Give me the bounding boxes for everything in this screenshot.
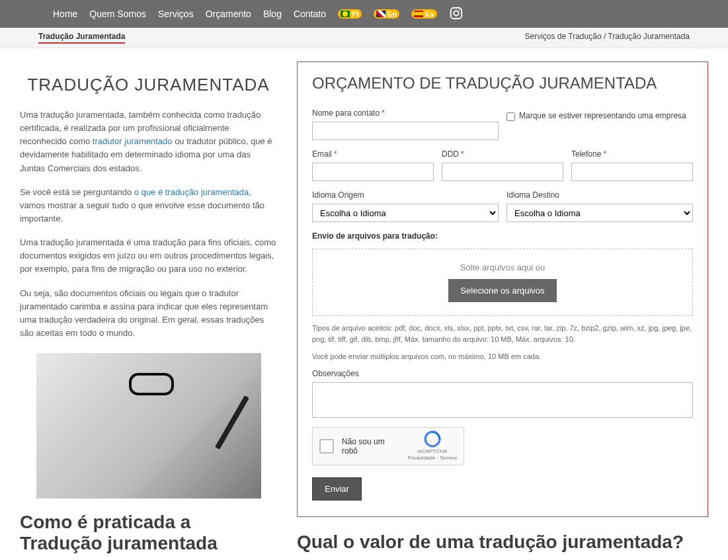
submit-button[interactable]: Enviar: [312, 477, 362, 500]
crumb-servicos[interactable]: Serviços de Tradução: [525, 32, 602, 41]
telefone-input[interactable]: [571, 163, 693, 181]
breadcrumb-bar: Tradução Juramentada Serviços de Traduçã…: [0, 28, 728, 48]
flag-uk-icon: [376, 11, 385, 17]
field-upload: Envio de arquivos para tradução: Solte a…: [312, 231, 693, 369]
svg-point-1: [454, 11, 458, 15]
intro-p3: Uma tradução juramentada é uma tradução …: [20, 236, 277, 276]
breadcrumb: Serviços de Tradução / Tradução Jurament…: [525, 32, 690, 44]
empresa-checkbox[interactable]: [506, 112, 515, 121]
intro-p1: Uma tradução juramentada, também conheci…: [20, 108, 277, 175]
flag-br-icon: [341, 11, 350, 17]
field-idioma-origem: Idioma Origem Escolha o Idioma: [312, 190, 499, 222]
recaptcha-label: Não sou um robô: [342, 437, 399, 456]
top-nav: Home Quem Somos Serviços Orçamento Blog …: [0, 0, 728, 28]
lang-en[interactable]: En: [374, 9, 399, 19]
recaptcha-checkbox[interactable]: [319, 439, 334, 454]
crumb-current: Tradução Juramentada: [608, 32, 690, 41]
nav-contato[interactable]: Contato: [294, 9, 326, 19]
file-size-help: Você pode enviar múltiplos arquivos com,…: [312, 351, 693, 362]
intro-p4: Ou seja, são documentos oficiais ou lega…: [20, 287, 277, 340]
field-telefone: Telefone*: [571, 149, 693, 181]
recaptcha-logo: reCAPTCHA Privacidade · Termos: [407, 430, 457, 461]
page-tab: Tradução Juramentada: [38, 32, 125, 44]
idioma-origem-select[interactable]: Escolha o Idioma: [312, 204, 499, 222]
link-tradutor-juramentado[interactable]: tradutor juramentado: [93, 136, 173, 146]
ddd-input[interactable]: [442, 163, 563, 181]
nome-input[interactable]: [312, 122, 499, 140]
page-title: TRADUÇÃO JURAMENTADA: [20, 75, 277, 95]
form-title: ORÇAMENTO DE TRADUÇÃO JURAMENTADA: [312, 74, 693, 93]
flag-es-icon: [414, 11, 423, 17]
nav-blog[interactable]: Blog: [263, 9, 282, 19]
section-heading-valor: Qual o valor de uma tradução juramentada…: [297, 532, 708, 553]
field-email: Email*: [312, 149, 434, 181]
dropzone-hint: Solte arquivos aqui ou: [326, 262, 679, 272]
field-ddd: DDD*: [442, 149, 563, 181]
quote-form-panel: ORÇAMENTO DE TRADUÇÃO JURAMENTADA Nome p…: [297, 61, 708, 517]
select-files-button[interactable]: Selecione os arquivos: [448, 279, 556, 302]
file-dropzone[interactable]: Solte arquivos aqui ou Selecione os arqu…: [312, 249, 693, 316]
observacoes-textarea[interactable]: [312, 382, 693, 418]
field-empresa: Marque se estiver representando uma empr…: [506, 108, 693, 140]
field-nome: Nome para contato*: [312, 108, 499, 140]
nav-home[interactable]: Home: [53, 9, 77, 19]
nav-orcamento[interactable]: Orçamento: [206, 9, 251, 19]
field-observacoes: Observações: [312, 369, 693, 418]
svg-rect-0: [450, 7, 462, 19]
recaptcha-widget[interactable]: Não sou um robô reCAPTCHA Privacidade · …: [312, 427, 464, 465]
intro-p2: Se você está se perguntando o que é trad…: [20, 186, 277, 225]
article-column: TRADUÇÃO JURAMENTADA Uma tradução jurame…: [20, 61, 284, 560]
nav-quem-somos[interactable]: Quem Somos: [89, 9, 146, 19]
idioma-destino-select[interactable]: Escolha o Idioma: [506, 204, 693, 222]
instagram-icon[interactable]: [449, 6, 464, 22]
link-o-que-e[interactable]: o que é tradução juramentada: [134, 187, 249, 197]
email-input[interactable]: [312, 163, 434, 181]
svg-point-2: [459, 9, 460, 11]
article-image: [36, 353, 261, 499]
field-idioma-destino: Idioma Destino Escolha o Idioma: [506, 190, 693, 222]
nav-servicos[interactable]: Serviços: [158, 9, 194, 19]
file-types-help: Tipos de arquivo aceitos: pdf, doc, docx…: [312, 323, 693, 344]
below-form-section: Qual o valor de uma tradução juramentada…: [297, 532, 708, 553]
section-heading-como: Como é praticada a Tradução juramentada: [20, 512, 277, 554]
lang-es[interactable]: Es: [411, 9, 436, 19]
lang-pt[interactable]: Pt: [338, 9, 362, 19]
